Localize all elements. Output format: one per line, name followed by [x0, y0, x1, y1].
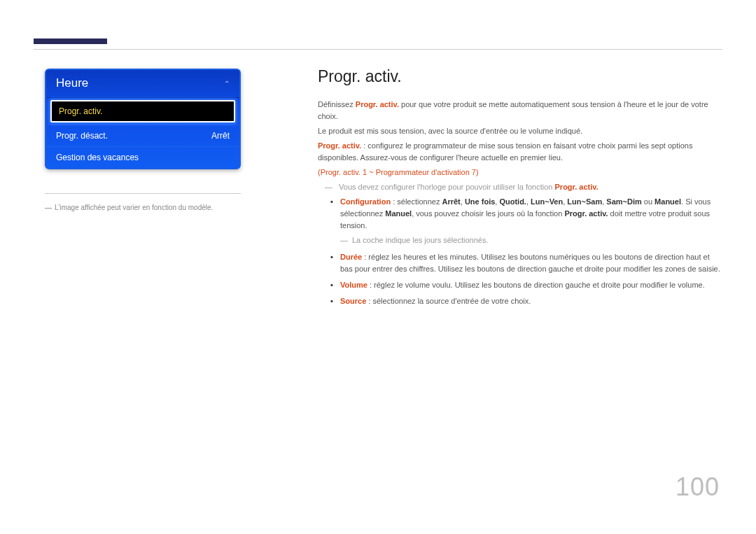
osd-menu-panel: Heure ⌃ Progr. activ. Progr. désact. Arr… — [45, 69, 241, 169]
opt: Arrêt — [442, 197, 460, 206]
bullet-source: Source : sélectionnez la source d'entrée… — [330, 295, 722, 307]
left-divider — [45, 193, 241, 194]
caret-up-icon: ⌃ — [224, 80, 230, 87]
opt: Sam~Dim — [606, 197, 641, 206]
opt: Lun~Ven — [531, 197, 563, 206]
menu-item-label: Progr. désact. — [56, 131, 108, 141]
text-accent: Progr. activ. — [318, 141, 361, 150]
bullet-volume: Volume : réglez le volume voulu. Utilise… — [330, 279, 722, 291]
label: Source — [340, 297, 366, 305]
opt: Une fois — [465, 197, 495, 206]
text-accent: (Progr. activ. 1 ~ Programmateur d'activ… — [318, 168, 479, 176]
opt: Quotid. — [499, 197, 526, 206]
line2: Le produit est mis sous tension, avec la… — [318, 125, 722, 137]
opt: Manuel — [654, 197, 681, 206]
osd-menu-header[interactable]: Heure ⌃ — [46, 70, 239, 98]
checkmark-note: La coche indique les jours sélectionnés. — [340, 234, 722, 246]
menu-item-value: Arrêt — [211, 131, 230, 141]
osd-menu-title: Heure — [56, 76, 88, 90]
label: Durée — [340, 253, 362, 261]
image-disclaimer-note: L'image affichée peut varier en fonction… — [45, 204, 241, 211]
text: : sélectionnez — [391, 197, 442, 206]
text: , vous pouvez choisir les jours où la fo… — [412, 209, 564, 218]
bullet-list: Configuration : sélectionnez Arrêt, Une … — [330, 196, 722, 307]
line3: Progr. activ. : configurez le programmat… — [318, 140, 722, 164]
intro-paragraph: Définissez Progr. activ. pour que votre … — [318, 99, 722, 122]
page-number: 100 — [676, 472, 720, 502]
opt: Lun~Sam — [567, 197, 602, 206]
text: Définissez — [318, 100, 356, 108]
text: : réglez les heures et les minutes. Util… — [340, 253, 720, 273]
range-line: (Progr. activ. 1 ~ Programmateur d'activ… — [318, 167, 722, 178]
text: : sélectionnez la source d'entrée de vot… — [366, 297, 531, 305]
menu-item-label: Gestion des vacances — [56, 153, 139, 162]
header-accent-bar — [34, 38, 107, 44]
header-divider — [34, 49, 722, 50]
text-accent: Progr. activ. — [555, 183, 598, 191]
text: Vous devez configurer l'horloge pour pou… — [339, 183, 554, 191]
opt: Manuel — [385, 209, 412, 218]
bullet-duree: Durée : réglez les heures et les minutes… — [330, 251, 722, 275]
osd-menu-item-gestion-vacances[interactable]: Gestion des vacances — [46, 146, 239, 168]
text: : réglez le volume voulu. Utilisez les b… — [368, 281, 705, 289]
sep: ou — [642, 197, 654, 206]
bullet-configuration: Configuration : sélectionnez Arrêt, Une … — [330, 196, 722, 246]
text-accent: Progr. activ. — [356, 100, 399, 108]
clock-config-note: Vous devez configurer l'horloge pour pou… — [325, 181, 722, 193]
label: Volume — [340, 281, 368, 289]
text: Progr. activ. — [564, 209, 608, 218]
label: Configuration — [340, 197, 391, 206]
osd-menu-item-progr-desact[interactable]: Progr. désact. Arrêt — [46, 125, 239, 146]
left-column: Heure ⌃ Progr. activ. Progr. désact. Arr… — [45, 69, 260, 311]
osd-menu-item-progr-activ[interactable]: Progr. activ. — [50, 100, 235, 122]
text: : configurez le programmateur de mise so… — [318, 141, 692, 162]
menu-item-label: Progr. activ. — [59, 106, 102, 116]
section-title: Progr. activ. — [318, 67, 722, 86]
page-content: Heure ⌃ Progr. activ. Progr. désact. Arr… — [45, 69, 722, 311]
right-column: Progr. activ. Définissez Progr. activ. p… — [260, 69, 722, 311]
